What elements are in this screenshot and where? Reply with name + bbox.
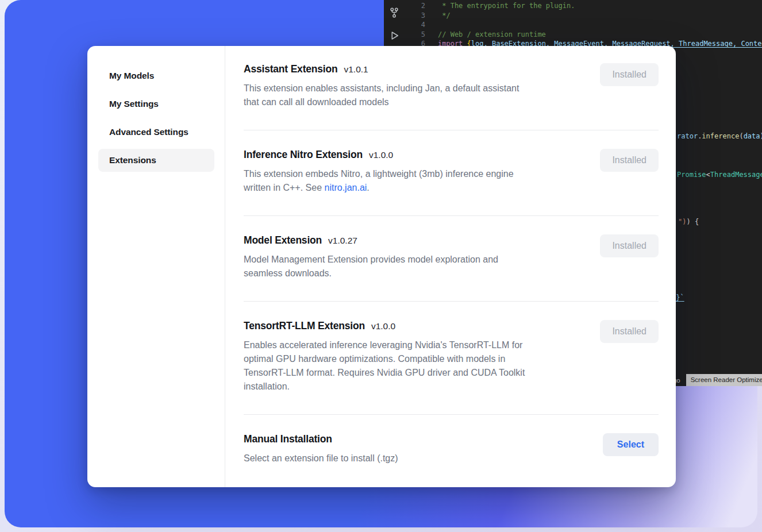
installed-button[interactable]: Installed xyxy=(600,149,659,172)
line-number: 5 xyxy=(405,30,438,40)
code-comment: */ xyxy=(438,11,451,21)
extension-name: Inference Nitro Extension xyxy=(244,149,363,161)
description-text: . xyxy=(367,183,369,192)
source-control-icon[interactable] xyxy=(388,7,400,18)
code-fragment: ")) { xyxy=(678,217,699,227)
extension-version: v1.0.27 xyxy=(328,236,357,246)
sidebar-item-my-settings[interactable]: My Settings xyxy=(98,92,214,115)
installed-button[interactable]: Installed xyxy=(600,234,659,257)
run-debug-icon[interactable] xyxy=(388,30,400,41)
extension-description: This extension enables assistants, inclu… xyxy=(244,82,588,109)
extension-row-model: Model Extension v1.0.27 Model Management… xyxy=(244,216,659,302)
extension-header: Inference Nitro Extension v1.0.0 xyxy=(244,149,600,161)
extension-header: Assistant Extension v1.0.1 xyxy=(244,63,600,75)
screen-reader-badge[interactable]: Screen Reader Optimized xyxy=(686,374,762,386)
description-text: This extension embeds Nitro, a lightweig… xyxy=(244,169,514,192)
manual-installation-row: Manual Installation Select an extension … xyxy=(244,415,659,465)
extension-version: v1.0.1 xyxy=(344,64,368,75)
extension-header: Manual Installation xyxy=(244,433,603,445)
extensions-list: Assistant Extension v1.0.1 This extensio… xyxy=(225,46,676,487)
extension-version: v1.0.0 xyxy=(369,150,393,160)
manual-installation-title: Manual Installation xyxy=(244,433,332,445)
extension-info: Model Extension v1.0.27 Model Management… xyxy=(244,234,600,280)
code-line: 3 */ xyxy=(405,11,762,21)
code-comment: * The entrypoint for the plugin. xyxy=(438,1,575,11)
nitro-jan-ai-link[interactable]: nitro.jan.ai xyxy=(325,183,367,192)
code-area: 2 * The entrypoint for the plugin. 3 */ … xyxy=(405,1,762,49)
extension-description: Enables accelerated inference leveraging… xyxy=(244,338,588,394)
extension-info: TensortRT-LLM Extension v1.0.0 Enables a… xyxy=(244,320,600,394)
sidebar-item-advanced-settings[interactable]: Advanced Settings xyxy=(98,121,214,144)
extension-name: TensortRT-LLM Extension xyxy=(244,320,365,332)
extension-description: Model Management Extension provides mode… xyxy=(244,253,588,280)
sidebar-item-extensions[interactable]: Extensions xyxy=(98,149,214,172)
extension-row-tensorrt: TensortRT-LLM Extension v1.0.0 Enables a… xyxy=(244,302,659,415)
extension-name: Assistant Extension xyxy=(244,63,337,75)
settings-sidebar: My Models My Settings Advanced Settings … xyxy=(87,46,225,487)
line-number: 3 xyxy=(405,11,438,21)
extension-version: v1.0.0 xyxy=(371,321,395,331)
code-fragment: rator.inference(data)); xyxy=(677,132,762,141)
settings-modal: My Models My Settings Advanced Settings … xyxy=(87,46,676,487)
manual-installation-description: Select an extension file to install (.tg… xyxy=(244,452,588,465)
extension-header: Model Extension v1.0.27 xyxy=(244,234,600,246)
extension-name: Model Extension xyxy=(244,234,322,246)
code-line: 5 // Web / extension runtime xyxy=(405,30,762,40)
extension-row-assistant: Assistant Extension v1.0.1 This extensio… xyxy=(244,63,659,130)
code-line: 4 xyxy=(405,20,762,30)
extension-header: TensortRT-LLM Extension v1.0.0 xyxy=(244,320,600,332)
extension-info: Assistant Extension v1.0.1 This extensio… xyxy=(244,63,600,109)
code-comment: // Web / extension runtime xyxy=(438,30,546,40)
desktop-background: 2 * The entrypoint for the plugin. 3 */ … xyxy=(0,0,762,532)
sidebar-item-my-models[interactable]: My Models xyxy=(98,64,214,87)
extension-description: This extension embeds Nitro, a lightweig… xyxy=(244,167,588,195)
installed-button[interactable]: Installed xyxy=(600,320,659,343)
line-number: 2 xyxy=(405,1,438,11)
code-line: 2 * The entrypoint for the plugin. xyxy=(405,1,762,11)
extension-row-nitro: Inference Nitro Extension v1.0.0 This ex… xyxy=(244,130,659,216)
code-fragment: Promise<ThreadMessage> xyxy=(677,170,762,180)
extension-info: Inference Nitro Extension v1.0.0 This ex… xyxy=(244,149,600,195)
extension-info: Manual Installation Select an extension … xyxy=(244,433,603,465)
installed-button[interactable]: Installed xyxy=(600,63,659,86)
select-file-button[interactable]: Select xyxy=(603,433,659,456)
line-number: 4 xyxy=(405,20,438,30)
